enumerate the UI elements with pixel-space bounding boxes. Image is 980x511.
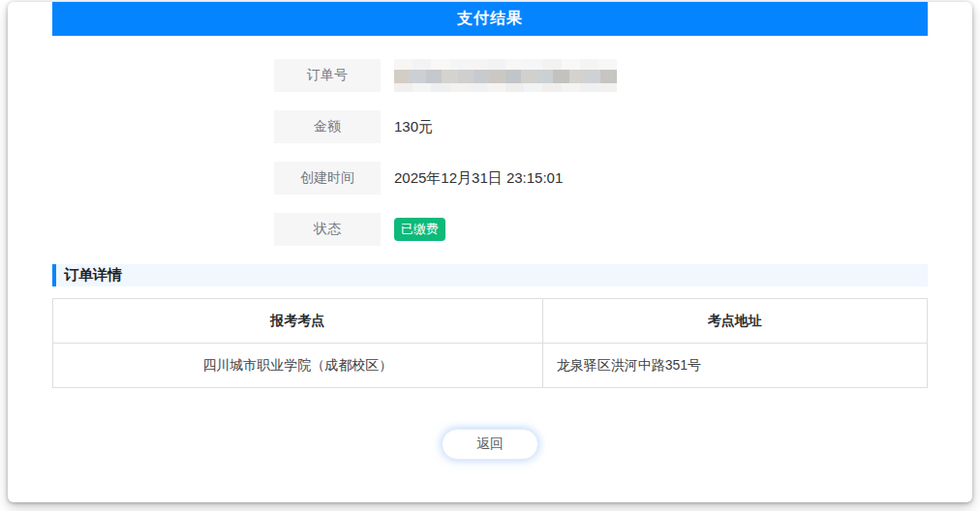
footer: 返回 [52, 429, 928, 460]
created-time-row: 创建时间 2025年12月31日 23:15:01 [52, 162, 928, 195]
status-label: 状态 [274, 213, 381, 246]
order-summary: 订单号 金额 130元 创建时间 2025年12月31日 23:15:01 状态… [52, 59, 928, 246]
page-title-bar: 支付结果 [52, 2, 928, 36]
exam-site-column-header: 报考考点 [53, 299, 543, 344]
back-button[interactable]: 返回 [442, 429, 538, 460]
table-row: 四川城市职业学院（成都校区） 龙泉驿区洪河中路351号 [53, 344, 928, 388]
exam-site-cell: 四川城市职业学院（成都校区） [53, 344, 543, 388]
order-number-redacted [394, 59, 617, 92]
order-number-row: 订单号 [52, 59, 928, 92]
site-address-cell: 龙泉驿区洪河中路351号 [542, 344, 927, 388]
order-number-label: 订单号 [274, 59, 381, 92]
created-time-value: 2025年12月31日 23:15:01 [394, 169, 563, 188]
status-row: 状态 已缴费 [52, 213, 928, 246]
page-background: 支付结果 订单号 金额 130元 创建时间 2025年12月31日 23:15:… [0, 0, 980, 511]
accent-bar [52, 264, 56, 286]
page-title: 支付结果 [457, 9, 523, 29]
order-details-section-header: 订单详情 [52, 264, 928, 286]
site-address-column-header: 考点地址 [542, 299, 927, 344]
created-time-label: 创建时间 [274, 162, 381, 195]
table-header-row: 报考考点 考点地址 [53, 299, 928, 344]
order-details-title: 订单详情 [64, 266, 122, 285]
order-details-table: 报考考点 考点地址 四川城市职业学院（成都校区） 龙泉驿区洪河中路351号 [52, 298, 928, 388]
amount-value: 130元 [394, 118, 433, 136]
amount-row: 金额 130元 [52, 110, 928, 143]
payment-result-card: 支付结果 订单号 金额 130元 创建时间 2025年12月31日 23:15:… [8, 2, 972, 502]
status-badge: 已缴费 [394, 218, 445, 241]
amount-label: 金额 [274, 110, 381, 143]
